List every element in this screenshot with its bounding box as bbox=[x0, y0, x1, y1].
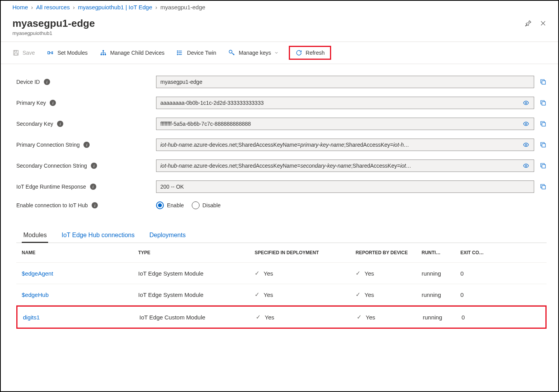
svg-point-10 bbox=[177, 54, 178, 55]
copy-icon[interactable] bbox=[540, 78, 547, 85]
svg-point-7 bbox=[104, 54, 106, 56]
radio-enable[interactable]: Enable bbox=[156, 201, 184, 209]
copy-icon[interactable] bbox=[540, 162, 547, 169]
table-row[interactable]: digits1 IoT Edge Custom Module ✓ Yes ✓ Y… bbox=[16, 305, 547, 329]
refresh-button[interactable]: Refresh bbox=[289, 46, 331, 60]
svg-point-9 bbox=[177, 52, 178, 53]
module-runtime: running bbox=[422, 291, 460, 298]
manage-keys-label: Manage keys bbox=[239, 50, 271, 56]
radio-selected-icon bbox=[156, 201, 164, 209]
module-specified: ✓ Yes bbox=[255, 291, 356, 298]
info-icon[interactable]: i bbox=[57, 121, 63, 127]
device-twin-button[interactable]: Device Twin bbox=[176, 49, 216, 56]
runtime-response-label: IoT Edge Runtime Response bbox=[16, 184, 86, 190]
device-twin-label: Device Twin bbox=[187, 50, 216, 56]
module-exit: 0 bbox=[460, 270, 499, 277]
runtime-response-input[interactable]: 200 -- OK bbox=[156, 180, 534, 193]
module-name-link[interactable]: $edgeHub bbox=[22, 291, 138, 298]
table-header: NAME TYPE SPECIFIED IN DEPLOYMENT REPORT… bbox=[16, 243, 547, 263]
tab-deployments[interactable]: Deployments bbox=[148, 229, 187, 243]
svg-point-13 bbox=[525, 102, 527, 104]
info-icon[interactable]: i bbox=[91, 163, 97, 169]
table-row[interactable]: $edgeHub IoT Edge System Module ✓ Yes ✓ … bbox=[16, 284, 547, 305]
primary-key-input[interactable]: aaaaaaaa-0b0b-1c1c-2d2d-333333333333 bbox=[156, 97, 534, 109]
module-reported: ✓ Yes bbox=[356, 270, 422, 277]
hierarchy-icon bbox=[99, 49, 107, 56]
toolbar: Save Set Modules Manage Child Devices De… bbox=[1, 42, 558, 64]
device-id-input[interactable]: myasegpu1-edge bbox=[156, 76, 534, 88]
info-icon[interactable]: i bbox=[44, 79, 50, 85]
runtime-response-value: 200 -- OK bbox=[160, 184, 184, 190]
breadcrumb-iothub[interactable]: myasegpuiothub1 | IoT Edge bbox=[78, 4, 152, 10]
secondary-key-value: ffffffff-5a5a-6b6b-7c7c-888888888888 bbox=[160, 121, 251, 127]
refresh-icon bbox=[295, 49, 302, 56]
breadcrumb-all-resources[interactable]: All resources bbox=[36, 4, 70, 10]
eye-icon[interactable] bbox=[522, 121, 530, 127]
primary-conn-label: Primary Connection String bbox=[16, 142, 80, 148]
refresh-label: Refresh bbox=[306, 50, 325, 56]
col-reported[interactable]: REPORTED BY DEVICE bbox=[356, 250, 422, 255]
breadcrumb-current: myasegpu1-edge bbox=[160, 4, 205, 10]
close-icon[interactable] bbox=[540, 20, 547, 27]
svg-point-5 bbox=[101, 54, 102, 56]
page-subtitle: myasegpuiothub1 bbox=[12, 30, 95, 36]
svg-rect-12 bbox=[542, 81, 545, 84]
manage-keys-button[interactable]: Manage keys bbox=[228, 49, 279, 56]
col-exit[interactable]: EXIT CO… bbox=[460, 250, 499, 255]
copy-icon[interactable] bbox=[540, 141, 547, 148]
radio-disable[interactable]: Disable bbox=[192, 201, 221, 209]
chevron-right-icon: › bbox=[31, 4, 33, 10]
primary-conn-input[interactable]: iot-hub-name.azure-devices.net;SharedAcc… bbox=[156, 139, 534, 151]
col-runtime[interactable]: RUNTI… bbox=[422, 250, 460, 255]
module-specified: ✓ Yes bbox=[256, 314, 357, 321]
svg-point-19 bbox=[525, 165, 527, 167]
tab-modules[interactable]: Modules bbox=[22, 229, 48, 243]
enable-connection-label: Enable connection to IoT Hub bbox=[16, 202, 88, 208]
info-icon[interactable]: i bbox=[83, 142, 90, 148]
info-icon[interactable]: i bbox=[92, 202, 98, 208]
page-header: myasegpu1-edge myasegpuiothub1 bbox=[1, 14, 558, 42]
table-row[interactable]: $edgeAgent IoT Edge System Module ✓ Yes … bbox=[16, 263, 547, 284]
info-icon[interactable]: i bbox=[50, 100, 56, 106]
runtime-response-row: IoT Edge Runtime Response i 200 -- OK bbox=[16, 180, 547, 193]
manage-child-label: Manage Child Devices bbox=[110, 50, 165, 56]
module-type: IoT Edge Custom Module bbox=[139, 314, 256, 321]
check-icon: ✓ bbox=[255, 291, 260, 298]
enable-connection-row: Enable connection to IoT Hub i Enable Di… bbox=[16, 201, 547, 209]
svg-rect-1 bbox=[14, 50, 17, 52]
secondary-conn-row: Secondary Connection String i iot-hub-na… bbox=[16, 160, 547, 172]
secondary-conn-label: Secondary Connection String bbox=[16, 163, 87, 169]
col-type[interactable]: TYPE bbox=[138, 250, 255, 255]
secondary-conn-input[interactable]: iot-hub-name.azure-devices.net;SharedAcc… bbox=[156, 160, 534, 172]
secondary-key-label: Secondary Key bbox=[16, 121, 53, 127]
set-modules-button[interactable]: Set Modules bbox=[47, 49, 88, 56]
primary-conn-row: Primary Connection String i iot-hub-name… bbox=[16, 139, 547, 151]
save-button: Save bbox=[12, 49, 35, 56]
info-icon[interactable]: i bbox=[90, 184, 96, 190]
col-name[interactable]: NAME bbox=[22, 250, 138, 255]
copy-icon[interactable] bbox=[540, 99, 547, 106]
copy-icon[interactable] bbox=[540, 120, 547, 127]
check-icon: ✓ bbox=[357, 314, 362, 321]
copy-icon[interactable] bbox=[540, 183, 547, 190]
module-name-link[interactable]: $edgeAgent bbox=[22, 270, 138, 277]
module-runtime: running bbox=[423, 314, 462, 321]
svg-point-6 bbox=[102, 54, 104, 56]
svg-rect-20 bbox=[542, 165, 545, 168]
col-specified[interactable]: SPECIFIED IN DEPLOYMENT bbox=[255, 250, 356, 255]
manage-child-devices-button[interactable]: Manage Child Devices bbox=[99, 49, 165, 56]
check-icon: ✓ bbox=[356, 270, 361, 277]
eye-icon[interactable] bbox=[522, 100, 530, 106]
pin-icon[interactable] bbox=[525, 20, 532, 27]
radio-disable-label: Disable bbox=[203, 202, 221, 208]
secondary-key-input[interactable]: ffffffff-5a5a-6b6b-7c7c-888888888888 bbox=[156, 118, 534, 130]
content-area: Device ID i myasegpu1-edge Primary Key i… bbox=[1, 64, 558, 329]
breadcrumb-home[interactable]: Home bbox=[12, 4, 28, 10]
eye-icon[interactable] bbox=[522, 163, 530, 169]
svg-point-8 bbox=[177, 51, 178, 52]
eye-icon[interactable] bbox=[522, 142, 530, 148]
svg-rect-2 bbox=[14, 53, 17, 55]
tab-connections[interactable]: IoT Edge Hub connections bbox=[60, 229, 136, 243]
primary-key-label: Primary Key bbox=[16, 100, 46, 106]
module-name-link[interactable]: digits1 bbox=[23, 314, 139, 321]
